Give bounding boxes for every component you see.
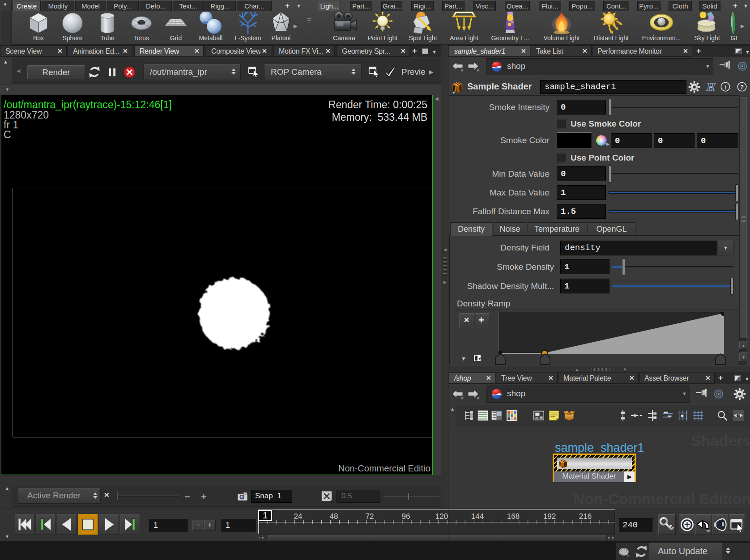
svg-text:120: 120 [435, 512, 448, 521]
svg-text:?: ? [740, 84, 744, 90]
svg-text:192: 192 [543, 512, 556, 521]
svg-text:168: 168 [507, 512, 520, 521]
svg-text:216: 216 [579, 512, 592, 521]
svg-text:96: 96 [402, 512, 410, 521]
svg-text:72: 72 [366, 512, 374, 521]
svg-text:144: 144 [471, 512, 484, 521]
svg-text:H: H [706, 81, 716, 93]
svg-text:24: 24 [294, 512, 303, 521]
svg-text:48: 48 [330, 512, 338, 521]
svg-text:i: i [724, 84, 726, 91]
